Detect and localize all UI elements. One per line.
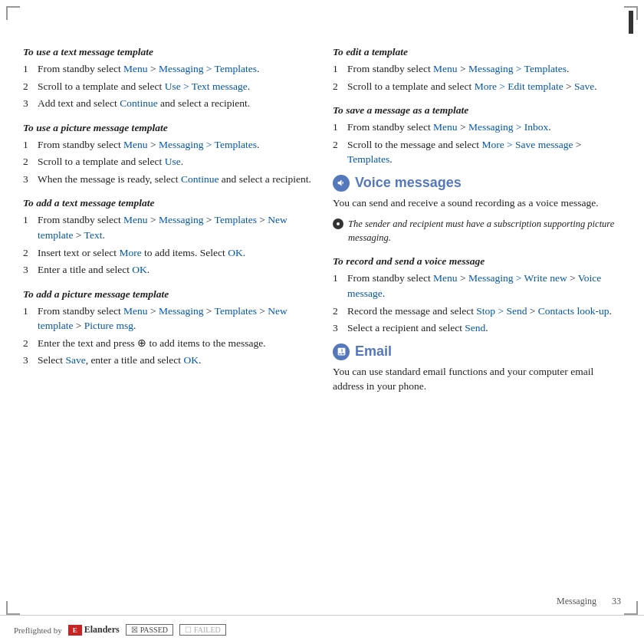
preflight-text: Preflighted by: [14, 626, 62, 635]
check-icon: ☒: [131, 626, 138, 634]
step-number: 2: [333, 79, 343, 94]
email-icon: [337, 347, 347, 356]
plain-text: Select a recipient and select: [347, 322, 465, 334]
step-number: 1: [333, 271, 343, 301]
plain-text: From standby select: [38, 63, 123, 74]
plain-text: From standby select: [38, 214, 123, 225]
voice-icon: [337, 178, 347, 188]
step-item: 2 Enter the text and press ⊕ to add item…: [23, 336, 311, 351]
plain-text: >: [203, 214, 214, 225]
plain-text: to add items to the message.: [146, 337, 266, 349]
section-title: To add a text message template: [23, 197, 311, 209]
link-text: Templates: [215, 214, 257, 225]
link-text: OK: [228, 247, 243, 258]
plain-text: .: [548, 121, 550, 133]
link-text: Continue: [120, 97, 158, 109]
right-column: To edit a template 1 From standby select…: [333, 23, 621, 598]
step-number: 1: [23, 304, 34, 334]
step-number: 2: [23, 336, 34, 351]
plain-text: >: [148, 214, 159, 225]
voice-heading-icon: [333, 175, 350, 192]
plain-text: >: [73, 229, 84, 241]
section-title: To use a text message template: [23, 46, 311, 58]
step-item: 3 Add text and select Continue and selec…: [23, 96, 311, 111]
section-title: To edit a template: [333, 46, 621, 58]
plain-text: When the message is ready, select: [38, 173, 181, 185]
section-title: To use a picture message template: [23, 122, 311, 134]
link-text: Menu: [123, 214, 148, 225]
plain-text: .: [389, 153, 392, 165]
link-text: Menu: [123, 305, 148, 317]
step-number: 2: [333, 304, 343, 319]
plain-text: Add text and select: [38, 97, 120, 109]
email-body: You can use standard email functions and…: [333, 364, 621, 394]
step-text: From standby select Menu > Messaging > T…: [347, 61, 621, 77]
section-title: To save a message as a template: [333, 104, 621, 117]
step-number: 2: [23, 245, 34, 261]
link-text: Use: [165, 156, 181, 167]
link-text: OK: [132, 264, 147, 275]
passed-label: PASSED: [140, 626, 168, 634]
link-text: > Write new: [513, 272, 567, 284]
plain-text: , enter a title and select: [86, 354, 184, 366]
plain-text: .: [102, 229, 104, 241]
link-text: More: [481, 139, 504, 150]
link-text: > Text message: [181, 80, 248, 92]
plain-text: .: [609, 305, 611, 317]
plain-text: >: [527, 305, 537, 317]
plain-text: >: [458, 272, 468, 284]
plain-text: .: [133, 320, 136, 331]
step-item: 2 Scroll to the message and select More …: [333, 137, 621, 167]
plain-text: Insert text or select: [38, 247, 119, 258]
step-item: 1 From standby select Menu > Messaging >…: [23, 212, 311, 242]
step-text: Scroll to a template and select More > E…: [347, 79, 621, 94]
plain-text: .: [243, 247, 245, 258]
step-number: 3: [333, 320, 343, 336]
link-text: Stop: [476, 305, 495, 317]
elanders-logo-icon: E: [68, 625, 82, 636]
link-text: More: [475, 80, 497, 92]
plain-text: >: [573, 139, 581, 150]
plain-text: From standby select: [347, 121, 433, 133]
passed-badge: ☒ PASSED: [126, 624, 173, 636]
step-text: From standby select Menu > Messaging > T…: [38, 304, 311, 334]
link-text: Menu: [123, 139, 148, 150]
link-text: Picture msg: [84, 320, 133, 331]
plain-text: >: [148, 63, 159, 74]
step-number: 1: [23, 61, 34, 77]
note-block: The sender and recipient must have a sub…: [333, 218, 621, 245]
link-text: Messaging: [159, 63, 204, 74]
step-number: 2: [23, 79, 34, 94]
link-text: OK: [183, 354, 199, 366]
step-number: 3: [23, 96, 34, 111]
link-text: Messaging: [468, 63, 514, 74]
plain-text: >: [257, 305, 268, 317]
step-text: Scroll to a template and select Use.: [38, 154, 311, 169]
step-text: Scroll to a template and select Use > Te…: [38, 79, 311, 94]
step-item: 2 Scroll to a template and select More >…: [333, 79, 621, 94]
step-item: 2 Scroll to a template and select Use > …: [23, 79, 311, 94]
plain-text: .: [257, 139, 259, 150]
link-text: > Inbox: [513, 121, 548, 133]
link-text: > Templates: [203, 63, 256, 74]
plain-text: Scroll to a template and select: [38, 156, 165, 167]
step-number: 3: [23, 172, 34, 187]
plain-text: From standby select: [347, 63, 433, 74]
elanders-logo-letter: E: [73, 626, 77, 634]
section-title: To add a picture message template: [23, 288, 311, 301]
step-number: 3: [23, 262, 34, 278]
plain-text: .: [485, 322, 488, 334]
plain-text: Enter a title and select: [38, 264, 132, 275]
plain-text: Enter the text and press: [38, 337, 137, 349]
step-text: From standby select Menu > Messaging > T…: [38, 212, 311, 242]
page-footer: Messaging 33: [557, 596, 621, 607]
step-item: 3 When the message is ready, select Cont…: [23, 172, 311, 187]
step-number: 1: [333, 61, 343, 77]
plain-text: Scroll to a template and select: [38, 80, 165, 92]
link-text: Send: [465, 322, 485, 334]
link-text: > Edit template: [497, 80, 564, 92]
note-text: The sender and recipient must have a sub…: [348, 218, 621, 245]
step-text: Select Save, enter a title and select OK…: [38, 353, 311, 368]
step-text: Select a recipient and select Send.: [347, 320, 621, 336]
plain-text: and select a recipient.: [219, 173, 310, 185]
